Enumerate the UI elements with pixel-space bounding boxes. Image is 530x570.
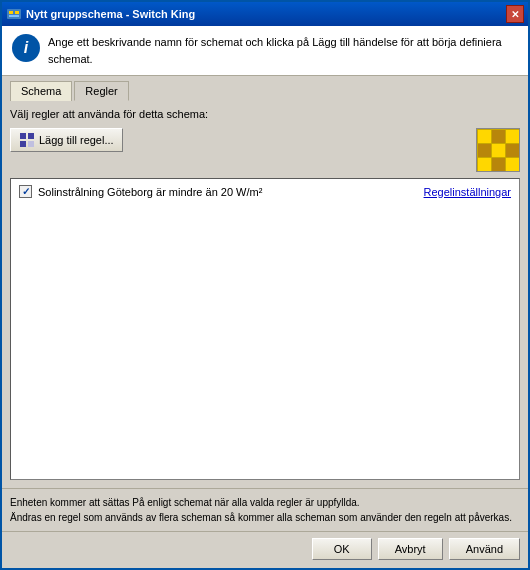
- svg-rect-2: [15, 11, 19, 14]
- svg-rect-1: [9, 11, 13, 14]
- add-rule-button[interactable]: Lägg till regel...: [10, 128, 123, 152]
- info-text: Ange ett beskrivande namn för schemat oc…: [48, 34, 518, 67]
- add-rule-icon: [19, 132, 35, 148]
- rule-item[interactable]: Solinstrålning Göteborg är mindre än 20 …: [15, 183, 515, 200]
- close-button[interactable]: ✕: [506, 5, 524, 23]
- svg-rect-4: [20, 133, 26, 139]
- svg-rect-3: [9, 15, 19, 17]
- cancel-button[interactable]: Avbryt: [378, 538, 443, 560]
- svg-rect-6: [20, 141, 26, 147]
- top-row: Lägg till regel...: [10, 128, 520, 172]
- content-area: Välj regler att använda för detta schema…: [2, 100, 528, 488]
- status-line-1: Enheten kommer att sättas På enligt sche…: [10, 495, 520, 510]
- rule-checkbox[interactable]: [19, 185, 32, 198]
- svg-rect-5: [28, 133, 34, 139]
- title-bar-title: Nytt gruppschema - Switch King: [26, 8, 506, 20]
- tab-schema[interactable]: Schema: [10, 81, 72, 101]
- status-area: Enheten kommer att sättas På enligt sche…: [2, 488, 528, 531]
- tab-bar: Schema Regler: [2, 76, 528, 100]
- apply-button[interactable]: Använd: [449, 538, 520, 560]
- content-label: Välj regler att använda för detta schema…: [10, 108, 520, 120]
- tab-regler[interactable]: Regler: [74, 81, 128, 101]
- large-grid-icon: [476, 128, 520, 172]
- info-bar: i Ange ett beskrivande namn för schemat …: [2, 26, 528, 76]
- status-line-2: Ändras en regel som används av flera sch…: [10, 510, 520, 525]
- title-bar: Nytt gruppschema - Switch King ✕: [2, 2, 528, 26]
- title-bar-icon: [6, 6, 22, 22]
- svg-rect-7: [28, 141, 34, 147]
- add-rule-label: Lägg till regel...: [39, 134, 114, 146]
- rules-listbox: Solinstrålning Göteborg är mindre än 20 …: [10, 178, 520, 480]
- dialog-window: Nytt gruppschema - Switch King ✕ i Ange …: [0, 0, 530, 570]
- info-icon: i: [12, 34, 40, 62]
- ok-button[interactable]: OK: [312, 538, 372, 560]
- rule-settings-link[interactable]: Regelinställningar: [424, 186, 511, 198]
- rule-text: Solinstrålning Göteborg är mindre än 20 …: [38, 186, 418, 198]
- bottom-buttons: OK Avbryt Använd: [2, 531, 528, 568]
